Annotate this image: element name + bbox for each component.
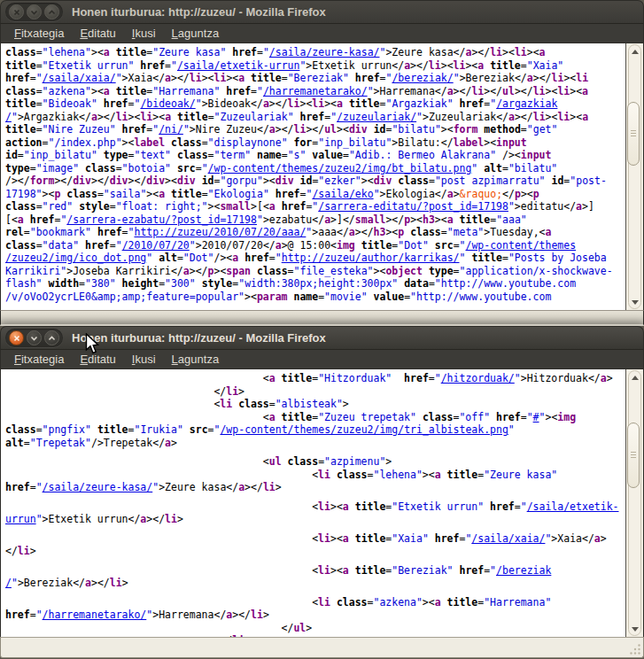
scrollbar[interactable] — [625, 369, 643, 637]
code-line: class="azkena"><a title="Harremana" href… — [5, 85, 625, 98]
source-link[interactable]: /saila/etxetik- — [527, 500, 619, 513]
source-code: <a title="Hitzorduak" href="/hitzorduak/… — [1, 369, 625, 637]
maximize-button[interactable] — [44, 4, 59, 19]
source-link[interactable]: /sarrera-editatu/?post_id=17198 — [318, 200, 508, 213]
source-link[interactable]: /hitzorduak/ — [441, 372, 515, 384]
source-link[interactable]: /bereziak/ — [392, 72, 453, 84]
code-line: class="data" href="/2010/07/20">2010/07/… — [5, 239, 625, 252]
menu-item-fitxategia[interactable]: Fitxategia — [6, 25, 72, 43]
scrollbar-thumb[interactable] — [627, 102, 640, 166]
close-icon — [13, 9, 20, 16]
menubar: FitxategiaEditatuIkusiLaguntza — [0, 350, 644, 369]
source-link[interactable]: http://zuzeu/author/karrikas/ — [282, 252, 460, 264]
menu-item-laguntza[interactable]: Laguntza — [164, 351, 228, 368]
minimize-button[interactable] — [27, 4, 42, 19]
source-link[interactable]: /zuzeu2/img/ico_dot.png — [5, 252, 146, 264]
source-link[interactable]: /wp-content/themes/zuzeu2/img/tri_albist… — [220, 423, 508, 436]
scroll-up-button[interactable] — [626, 371, 643, 384]
minimize-button[interactable] — [27, 330, 42, 345]
code-line: <li class="albisteak"> — [5, 398, 625, 411]
menu-item-editatu[interactable]: Editatu — [72, 351, 123, 368]
arrow-up-icon — [632, 376, 639, 380]
code-line: /></form></div></div></div><div id="gorp… — [5, 174, 625, 188]
scrollbar[interactable] — [625, 43, 643, 310]
source-link[interactable]: urrun — [5, 513, 36, 525]
code-line: flash" width="380" height="300" style="w… — [5, 277, 625, 291]
source-link[interactable]: # — [533, 411, 539, 423]
source-link[interactable]: /harremanetarako/ — [43, 609, 147, 621]
source-link[interactable]: http://zuzeu/2010/07/20/aaa/ — [134, 226, 306, 238]
code-line: </li> — [5, 385, 625, 399]
code-line: </ul> — [5, 622, 625, 635]
source-link[interactable]: /2010/07/20 — [122, 239, 190, 252]
code-line: class="lehena"><a title="Zeure kasa" hre… — [5, 46, 625, 59]
source-view: class="lehena"><a title="Zeure kasa" hre… — [0, 43, 644, 310]
code-line: 17198"><p class="saila"><a title="Ekolog… — [5, 188, 625, 201]
code-line — [5, 526, 625, 532]
source-link[interactable]: /saila/zeure-kasa/ — [43, 481, 153, 493]
titlebar[interactable]: Honen iturburua: http://zuzeu/ - Mozilla… — [0, 0, 644, 24]
code-line: [<a href="/sarrera-ezabatu/?post_id=1719… — [5, 213, 625, 227]
scrollbar-thumb[interactable] — [627, 423, 640, 488]
source-link[interactable]: /saila/eko — [312, 188, 373, 200]
source-link[interactable]: / — [5, 577, 12, 589]
menu-item-ikusi[interactable]: Ikusi — [124, 351, 164, 368]
scroll-up-button[interactable] — [626, 45, 643, 58]
source-link[interactable]: /wp-content/themes/zuzeu2/img/bt_bilatu.… — [208, 162, 472, 174]
code-line: title="Nire Zuzeu" href="/ni/">Nire Zuze… — [5, 123, 625, 136]
scrollbar-track[interactable] — [628, 44, 641, 309]
code-line: title="Bideoak" href="/bideoak/">Bideoak… — [5, 97, 625, 111]
code-line: Karrikiri">Joseba Karrikiri</a></p><span… — [5, 265, 625, 278]
maximize-button[interactable] — [44, 330, 59, 345]
code-line: <ul class="azpimenu"> — [5, 455, 625, 469]
source-link[interactable]: /bideoak/ — [140, 97, 195, 110]
source-link[interactable]: /saila/etxetik-urrun — [177, 59, 299, 72]
code-line: <li class="azkena"><a title="Harremana" — [5, 596, 625, 609]
source-link[interactable]: / — [5, 111, 12, 123]
close-icon — [13, 335, 20, 342]
scrollbar-track[interactable] — [628, 370, 641, 636]
menu-item-ikusi[interactable]: Ikusi — [124, 25, 164, 43]
desktop: { "colors":{ "tag":"#800080","attribute_… — [0, 0, 644, 659]
source-link[interactable]: /argazkiak — [496, 97, 557, 110]
close-button[interactable] — [9, 330, 24, 345]
source-link[interactable]: /bereziak — [496, 564, 551, 577]
scroll-down-button[interactable] — [626, 623, 643, 635]
code-line: class="pngfix" title="Irukia" src="/wp-c… — [5, 423, 625, 437]
chevron-up-icon — [48, 10, 56, 15]
source-link[interactable]: /ni/ — [159, 123, 183, 136]
menubar: FitxategiaEditatuIkusiLaguntza — [0, 24, 644, 43]
code-line: title="Etxetik urrun" href="/saila/etxet… — [5, 59, 625, 73]
code-line: /">Argazkiak</a></li><li><a title="Zuzeu… — [5, 111, 625, 124]
source-link[interactable]: /sarrera-ezabatu/?post_id=17198 — [66, 213, 257, 226]
code-line: /v/oVoO2ycrLE0&amp;amp;feature=popular">… — [5, 291, 625, 304]
source-link[interactable]: /saila/zeure-kasa/ — [269, 46, 380, 58]
source-link[interactable]: /saila/xaia/ — [43, 72, 116, 84]
resize-grip[interactable] — [630, 644, 641, 655]
menu-item-editatu[interactable]: Editatu — [72, 25, 123, 43]
menu-item-laguntza[interactable]: Laguntza — [164, 25, 228, 43]
source-link[interactable]: /harremanetarako/ — [263, 85, 368, 97]
arrow-down-icon — [632, 627, 639, 632]
view-source-window-bottom: Honen iturburua: http://zuzeu/ - Mozilla… — [0, 324, 644, 659]
source-link[interactable]: /zuzeulariak/ — [337, 111, 416, 123]
close-button[interactable] — [9, 4, 24, 19]
source-view: <a title="Hitzorduak" href="/hitzorduak/… — [0, 369, 644, 637]
window-title: Honen iturburua: http://zuzeu/ - Mozilla… — [72, 5, 326, 19]
scroll-down-button[interactable] — [626, 296, 643, 308]
statusbar — [0, 637, 644, 658]
chevron-down-icon — [30, 10, 38, 15]
arrow-down-icon — [632, 300, 639, 305]
code-line: href="/saila/zeure-kasa/">Zeure kasa</a>… — [5, 481, 625, 494]
chevron-down-icon — [30, 336, 38, 341]
code-line — [5, 449, 625, 455]
source-link[interactable]: /saila/xaia/ — [471, 532, 545, 545]
source-link[interactable]: /wp-content/themes — [466, 239, 577, 252]
arrow-up-icon — [632, 50, 639, 54]
code-line: rel="bookmark" href="http://zuzeu/2010/0… — [5, 226, 625, 239]
titlebar[interactable]: Honen iturburua: http://zuzeu/ - Mozilla… — [0, 326, 644, 350]
code-line: urrun">Etxetik urrun</a></li> — [5, 513, 625, 526]
window-controls — [5, 3, 63, 21]
menu-item-fitxategia[interactable]: Fitxategia — [6, 351, 72, 368]
window-title: Honen iturburua: http://zuzeu/ - Mozilla… — [72, 331, 326, 345]
